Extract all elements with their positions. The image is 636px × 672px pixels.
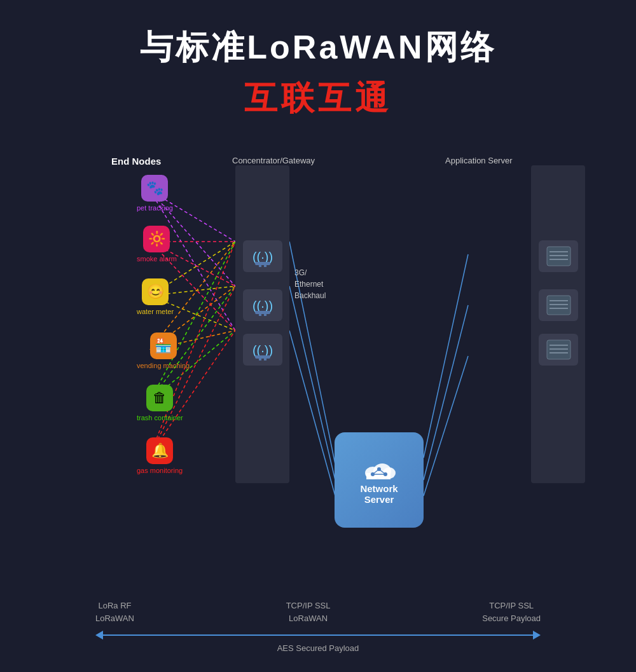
gateway-3: ((·)) — [243, 334, 282, 366]
pet-tracking-icon: 🐾 — [141, 175, 168, 202]
svg-rect-46 — [547, 247, 570, 266]
svg-text:((·)): ((·)) — [252, 298, 273, 312]
gas-monitoring-label: gas monitoring — [137, 467, 183, 474]
page-wrapper: 与标准LoRaWAN网络 互联互通 — [0, 0, 636, 566]
title-line1: 与标准LoRaWAN网络 — [0, 25, 636, 70]
svg-line-19 — [289, 286, 335, 480]
svg-rect-54 — [547, 340, 570, 359]
trash-container-label: trash container — [137, 414, 183, 422]
svg-rect-35 — [264, 359, 266, 360]
protocol-labels: LoRa RF LoRaWAN TCP/IP SSL LoRaWAN TCP/I… — [95, 600, 541, 624]
arrow-right — [533, 631, 541, 640]
network-server-label: Network Server — [360, 483, 398, 505]
app-server-label: Application Server — [445, 156, 513, 165]
title-line2: 互联互通 — [0, 76, 636, 121]
aes-line — [103, 634, 533, 636]
bottom-section: LoRa RF LoRaWAN TCP/IP SSL LoRaWAN TCP/I… — [0, 600, 636, 653]
water-meter-icon: 😊 — [142, 278, 169, 305]
svg-line-20 — [289, 331, 335, 496]
gateway-1: ((·)) — [243, 240, 282, 272]
svg-rect-30 — [259, 314, 261, 316]
aes-label: AES Secured Payload — [95, 643, 541, 653]
svg-line-23 — [424, 356, 468, 496]
node-gas-monitoring: 🔔 gas monitoring — [137, 437, 183, 474]
app-server-1 — [539, 240, 578, 272]
svg-text:((·)): ((·)) — [252, 249, 273, 263]
app-server-3 — [539, 334, 578, 366]
backhaul-label: 3G/EthernetBackhaul — [294, 267, 326, 301]
node-smoke-alarm: 🔆 smoke alarm — [137, 226, 177, 263]
svg-rect-25 — [255, 262, 270, 265]
node-pet-tracking: 🐾 pet tracking — [137, 175, 173, 212]
app-server-column — [531, 165, 585, 483]
protocol-lora: LoRa RF LoRaWAN — [95, 600, 134, 624]
svg-text:((·)): ((·)) — [252, 343, 273, 357]
smoke-alarm-label: smoke alarm — [137, 255, 177, 263]
protocol-tcpip-1: TCP/IP SSL LoRaWAN — [286, 600, 331, 624]
node-vending-machine: 🏪 vending maching — [137, 333, 190, 369]
svg-line-21 — [424, 254, 468, 458]
water-meter-label: water meter — [137, 308, 174, 315]
gateway-label: Concentrator/Gateway — [232, 156, 315, 165]
svg-rect-34 — [259, 359, 261, 360]
app-server-2 — [539, 289, 578, 321]
svg-line-12 — [150, 242, 235, 401]
pet-tracking-label: pet tracking — [137, 204, 173, 212]
title-section: 与标准LoRaWAN网络 互联互通 — [0, 0, 636, 121]
svg-rect-26 — [259, 265, 261, 267]
trash-container-icon: 🗑 — [146, 385, 173, 411]
svg-rect-50 — [547, 296, 570, 315]
network-server: Network Server — [335, 432, 424, 528]
svg-rect-29 — [255, 311, 270, 314]
svg-rect-27 — [264, 265, 266, 267]
node-water-meter: 😊 water meter — [137, 278, 174, 315]
end-nodes-label: End Nodes — [111, 156, 161, 167]
vending-machine-icon: 🏪 — [150, 333, 177, 359]
cloud-icon — [360, 455, 398, 481]
protocol-tcpip-2: TCP/IP SSL Secure Payload — [482, 600, 541, 624]
svg-rect-33 — [255, 355, 270, 359]
gateway-2: ((·)) — [243, 289, 282, 321]
gas-monitoring-icon: 🔔 — [146, 437, 173, 464]
svg-line-22 — [424, 305, 468, 480]
arrow-left — [95, 631, 103, 640]
svg-rect-31 — [264, 314, 266, 316]
node-trash-container: 🗑 trash container — [137, 385, 183, 422]
smoke-alarm-icon: 🔆 — [143, 226, 170, 252]
vending-machine-label: vending maching — [137, 362, 190, 369]
diagram-container: End Nodes Concentrator/Gateway Applicati… — [0, 134, 636, 566]
gateway-column: ((·)) ((·)) ((·)) — [235, 165, 289, 483]
aes-row — [95, 631, 541, 640]
